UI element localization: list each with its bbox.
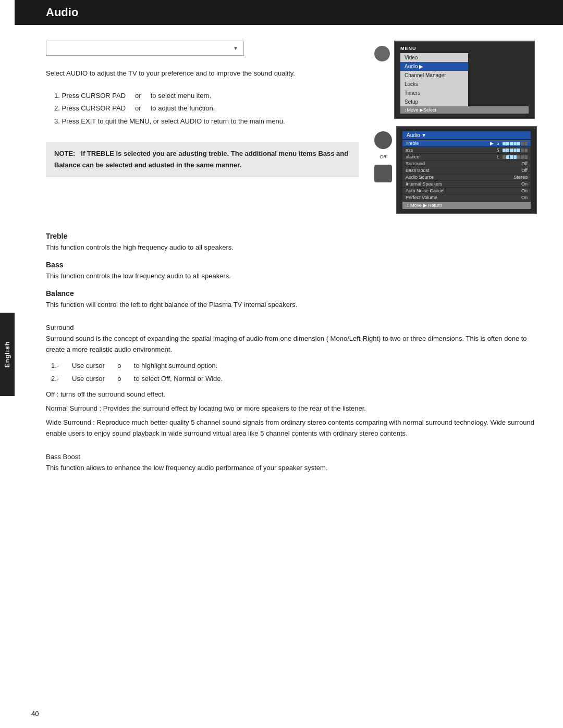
audio-row-internal-speakers: Internal Speakers On [402,181,531,187]
menu-label: MENU [400,46,529,51]
bar-seg [517,149,520,152]
ctrl-round-btn-1 [374,46,390,61]
surround-cursor-list: 1.- Use cursor o to highlight surround o… [51,360,537,385]
audio-row-bass: ass 5 [402,147,531,153]
audio-row-auto-noise-label: Auto Noise Cancel [406,188,445,193]
audio-row-bass-boost: Bass Boost Off [402,167,531,174]
bar-seg [513,142,517,145]
balance-body: This function will control the left to r… [46,300,537,311]
note-label: NOTE: [54,150,81,157]
input-bar: ▼ [46,41,244,56]
menu-bottom-2: ↕ Move ▶ Return [402,202,531,209]
steps-list: Press CURSOR PAD or to select menu item.… [54,90,359,128]
bar-seg [503,142,506,145]
bar-seg-empty [517,155,520,159]
audio-row-treble-label: Treble [406,141,419,146]
audio-row-bass-label: ass [406,147,413,153]
audio-row-auto-noise: Auto Noise Cancel On [402,188,531,194]
surround-section: Surround Surround sound is the concept o… [46,317,537,439]
ctrl-col-1 [374,41,390,61]
surround-step-2-cursor: o [115,373,124,386]
balance-section: Balance This function will control the l… [46,282,537,311]
bar-seg [503,149,506,152]
audio-row-surround-val: Off [521,161,528,166]
audio-row-audio-source: Audio Source Stereo [402,174,531,180]
audio-row-audio-source-val: Stereo [513,175,528,180]
bass-boost-section: Bass Boost This function allows to enhan… [46,447,537,474]
bar-seg [513,155,517,159]
menu-item-setup: Setup [400,97,468,106]
audio-row-surround: Surround Off [402,161,531,167]
ctrl-or-label: OR [380,154,387,159]
tv-screen-1: MENU Video Audio ▶ Channel Manager Locks… [394,41,535,119]
bar-seg [506,142,509,145]
main-content: ▼ Select AUDIO to adjust the TV to your … [15,25,563,489]
bar-seg-empty [521,155,524,159]
bar-seg [510,142,513,145]
ctrl-col-2: OR [374,126,392,182]
surround-normal-text: Normal Surround : Provides the surround … [46,403,537,414]
step-1: Press CURSOR PAD or to select menu item. [54,90,359,103]
bar-seg [510,155,513,159]
bass-boost-title: Bass Boost [46,453,537,461]
top-right: MENU Video Audio ▶ Channel Manager Locks… [374,41,537,214]
treble-bar [503,142,528,145]
bar-seg-empty [521,149,524,152]
audio-row-balance-label: alance [406,154,420,159]
treble-section: Treble This function controls the high f… [46,225,537,253]
tv-screen-2: Audio ▼ Treble ▶ 5 [396,126,537,214]
bar-seg-empty [524,155,528,159]
ctrl-round-btn-3 [374,165,392,182]
step-2: Press CURSOR PAD or to adjust the functi… [54,102,359,115]
surround-step-1-text: to highlight surround option. [134,360,217,373]
bar-seg [506,149,509,152]
bass-section: Bass This function controls the low freq… [46,253,537,282]
menu-item-video: Video [400,53,468,62]
tv-screen-2-inner: Audio ▼ Treble ▶ 5 [397,127,536,213]
menu-bottom-1: ↕Move ▶Select [400,106,529,114]
surround-body: Surround sound is the concept of expandi… [46,334,537,355]
audio-row-treble-val: ▶ 5 [490,141,528,146]
surround-title: Surround [46,324,537,331]
bar-seg-empty [503,155,506,159]
balance-title: Balance [46,289,537,298]
surround-step-1: 1.- Use cursor o to highlight surround o… [51,360,537,373]
note-body: If TREBLE is selected you are adusting t… [54,150,348,169]
audio-row-internal-speakers-label: Internal Speakers [406,181,443,187]
surround-step-1-use-cursor: Use cursor [72,360,105,373]
menu-bottom-text-2: ↕ Move ▶ Return [407,203,442,208]
screen2-area: OR Audio ▼ Treble ▶ 5 [374,126,537,214]
menu-item-audio: Audio ▶ [400,62,468,71]
audio-row-internal-speakers-val: On [521,181,528,187]
surround-off-text: Off : turns off the surround sound effec… [46,389,537,400]
screen1-area: MENU Video Audio ▶ Channel Manager Locks… [374,41,537,119]
audio-row-surround-label: Surround [406,161,425,166]
audio-row-treble: Treble ▶ 5 [402,140,531,146]
audio-row-bass-val: 5 [496,147,528,153]
audio-menu-title: Audio ▼ [402,131,531,139]
side-tab: English [0,313,15,396]
bass-body: This function controls the low frequency… [46,271,537,282]
bar-seg [513,149,517,152]
menu-item-channel: Channel Manager [400,71,468,80]
treble-title: Treble [46,232,537,240]
side-tab-label: English [4,341,11,367]
input-bar-arrow: ▼ [233,45,238,51]
audio-row-bass-boost-label: Bass Boost [406,168,430,173]
audio-row-perfect-volume-val: On [521,195,528,200]
audio-row-auto-noise-val: On [521,188,528,193]
page-title: Audio [46,6,78,19]
bar-seg-empty [524,149,528,152]
intro-paragraph: Select AUDIO to adjust the TV to your pr… [46,68,359,82]
balance-bar [503,155,528,159]
audio-row-balance-val: L [497,154,528,159]
bar-seg [506,155,509,159]
surround-step-2: 2.- Use cursor o to select Off, Normal o… [51,373,537,386]
tv-screen-1-inner: MENU Video Audio ▶ Channel Manager Locks… [395,42,534,118]
treble-body: This function controls the high frequenc… [46,242,537,253]
top-section: ▼ Select AUDIO to adjust the TV to your … [46,41,537,214]
bar-seg-empty [524,142,528,145]
note-box: NOTE: If TREBLE is selected you are adus… [46,142,359,177]
surround-step-1-cursor: o [115,360,124,373]
surround-wide-text: Wide Surround : Reproduce much better qu… [46,417,537,439]
